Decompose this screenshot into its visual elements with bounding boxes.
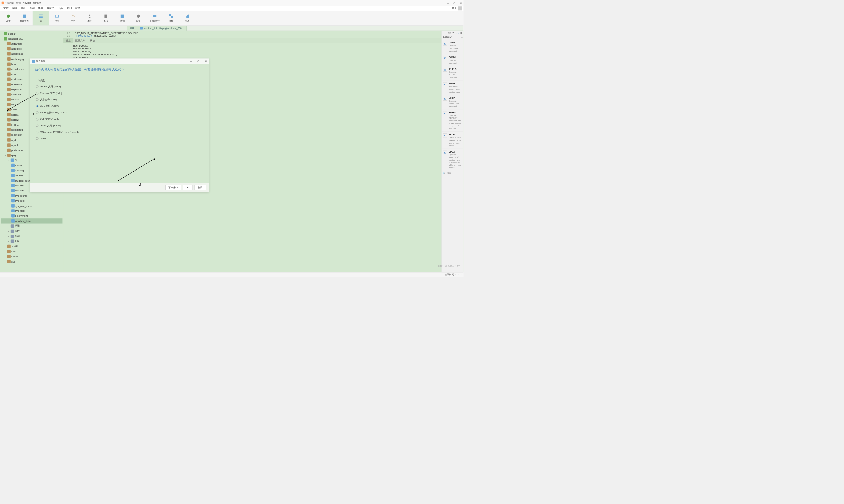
cancel-button[interactable]: 取消	[194, 185, 206, 190]
menu-favorites[interactable]: 收藏夹	[45, 6, 56, 11]
radio-icon	[36, 131, 38, 133]
tree-db-item[interactable]: allcommod	[1, 51, 62, 56]
login-link[interactable]: 登录	[452, 6, 457, 10]
maximize-button[interactable]: ▢	[453, 2, 455, 4]
sql-editor[interactable]: DAY_NIGHT_TEMPERATURE_DIFFERENCE DOUBLE,…	[71, 31, 442, 38]
tree-connection-docker[interactable]: docker	[1, 31, 62, 36]
query-time: 查询时间: 0.021s	[445, 273, 462, 276]
menu-help[interactable]: 帮助	[73, 6, 82, 11]
database-icon	[7, 138, 11, 142]
tree-table-item[interactable]: sys_menu	[1, 193, 62, 198]
dialog-close[interactable]: ✕	[205, 60, 207, 62]
app-icon	[1, 1, 4, 4]
toolbar-table[interactable]: 表	[33, 11, 49, 25]
toolbar-query[interactable]: 查询	[114, 11, 130, 25]
tab-objects[interactable]: 对象	[126, 26, 137, 31]
minimize-button[interactable]: —	[447, 2, 449, 4]
eye-icon[interactable]: 👁	[452, 32, 455, 34]
import-type-option[interactable]: 文本文件 (*.txt)	[36, 98, 204, 102]
result-tab-status[interactable]: 状态	[88, 38, 98, 43]
tree-functions-folder[interactable]: ›函数	[1, 229, 62, 234]
toolbar-new-query[interactable]: 新建查询	[16, 11, 32, 25]
svg-point-7	[89, 15, 90, 16]
toolbar-view[interactable]: 视图	[49, 11, 65, 25]
toolbar-other[interactable]: 其它	[98, 11, 114, 25]
tree-db-item[interactable]: sys	[1, 259, 62, 264]
snippet-item[interactable]: ( )IF...ELSCreate a IF...ELSE construct	[442, 66, 463, 81]
fast-forward-button[interactable]: >>	[183, 185, 192, 190]
tab-query-weather[interactable]: weather_data @qing (localhost_330...	[137, 26, 187, 31]
dialog-minimize[interactable]: —	[190, 60, 192, 62]
database-icon	[7, 250, 11, 253]
import-type-option[interactable]: MS Access 数据库 (*.mdb; *.accdb)	[36, 130, 204, 134]
close-button[interactable]: ✕	[460, 2, 462, 4]
backup-icon	[11, 239, 14, 243]
tree-db-item[interactable]: seckill	[1, 244, 62, 249]
toolbar-connection[interactable]: 连接	[0, 11, 16, 25]
menu-query[interactable]: 查询	[28, 6, 36, 11]
tree-connection-localhost[interactable]: ⌄localhost_33...	[1, 36, 62, 41]
snippet-icon: ( )	[444, 97, 447, 101]
import-type-option[interactable]: JSON 文件 (*.json)	[36, 124, 204, 127]
toolbar-user[interactable]: 用户	[82, 11, 98, 25]
menu-format[interactable]: 格式	[36, 6, 45, 11]
tree-db-item[interactable]: 2dparkou	[1, 41, 62, 46]
snippet-item[interactable]: ( )UPDAUpdates columns of existing rows …	[442, 148, 463, 170]
avatar-icon[interactable]	[458, 6, 462, 10]
toolbar-model[interactable]: 模型	[163, 11, 179, 25]
toolbar-backup[interactable]: 备份	[130, 11, 147, 25]
dialog-titlebar[interactable]: 导入向导 — ▢ ✕	[30, 58, 209, 64]
tree-views-folder[interactable]: 视图	[1, 224, 62, 229]
next-button[interactable]: 下一步 >	[165, 185, 181, 190]
code-icon[interactable]: ( )	[456, 32, 458, 34]
snippet-icon: ( )	[444, 68, 447, 72]
import-type-option[interactable]: CSV 文件 (*.csv)	[36, 104, 204, 108]
snippet-item[interactable]: ( )REPEACreate A REPEAT construct. The S…	[442, 109, 463, 131]
search-input[interactable]: 搜索	[447, 172, 451, 175]
info-icon[interactable]: ⓘ	[448, 31, 451, 34]
radio-icon	[36, 85, 38, 88]
snippet-item[interactable]: ( )CASECreate a conditional construct	[442, 40, 463, 54]
snippet-item[interactable]: ( )SELECRetrieve rows selected from one …	[442, 132, 463, 149]
window-title: * 无标题 - 查询 - Navicat Premium	[5, 1, 40, 5]
menu-file[interactable]: 文件	[1, 6, 10, 11]
tree-table-item[interactable]: sys_role_menu	[1, 203, 62, 208]
import-type-option[interactable]: XML 文件 (*.xml)	[36, 118, 204, 121]
tree-queries-folder[interactable]: ›查询	[1, 234, 62, 238]
tree-table-item[interactable]: sys_role	[1, 198, 62, 203]
import-type-option[interactable]: Excel 文件 (*.xls; *.xlsx)	[36, 111, 204, 114]
toolbar-chart[interactable]: 图表	[179, 11, 195, 25]
grid-icon[interactable]: ▦	[460, 32, 462, 34]
import-type-option[interactable]: Paradox 文件 (*.db)	[36, 92, 204, 95]
dialog-maximize[interactable]: ▢	[197, 60, 200, 62]
import-type-option[interactable]: ODBC	[36, 137, 204, 140]
snippet-item[interactable]: ( )COMMCreate a comment	[442, 54, 463, 66]
result-tab-info[interactable]: 信息	[63, 38, 73, 43]
tree-db-item[interactable]: sked00	[1, 254, 62, 259]
svg-rect-9	[121, 15, 124, 18]
refresh-icon[interactable]: ↻	[461, 36, 462, 39]
tree-db-item[interactable]: absolutetr	[1, 47, 62, 51]
menu-edit[interactable]: 编辑	[10, 6, 19, 11]
menu-bar: 文件 编辑 查看 查询 格式 收藏夹 工具 窗口 帮助 登录	[0, 6, 463, 11]
tree-table-item[interactable]: weather_data	[1, 218, 62, 223]
toolbar-function[interactable]: f(x)函数	[65, 11, 82, 25]
watermark: CSDN @飞腾人生TT	[438, 265, 460, 268]
snippet-panel: ⓘ 👁 ( ) ▦ 全部标记 ↻ ( )CASECreate a conditi…	[442, 31, 464, 272]
server-icon	[4, 37, 7, 40]
menu-tools[interactable]: 工具	[56, 6, 65, 11]
database-icon	[7, 52, 11, 56]
menu-view[interactable]: 查看	[19, 6, 28, 11]
menu-window[interactable]: 窗口	[65, 6, 73, 11]
snippet-item[interactable]: ( )LOOPCreate a simple loop construct	[442, 95, 463, 109]
snippet-item[interactable]: ( )INSERInsert new rows into an existing…	[442, 81, 463, 95]
filter-label[interactable]: 全部标记	[443, 36, 451, 39]
tree-backup-folder[interactable]: ›备份	[1, 239, 62, 244]
database-icon	[7, 72, 11, 76]
toolbar-automation[interactable]: 自动运行	[147, 11, 163, 25]
result-tab-profile[interactable]: 配置文件	[73, 38, 88, 43]
tree-table-item[interactable]: sys_user	[1, 208, 62, 213]
tree-table-item[interactable]: t_comment	[1, 214, 62, 218]
tree-db-item[interactable]: sked	[1, 249, 62, 254]
import-type-option[interactable]: DBase 文件 (*.dbf)	[36, 85, 204, 88]
